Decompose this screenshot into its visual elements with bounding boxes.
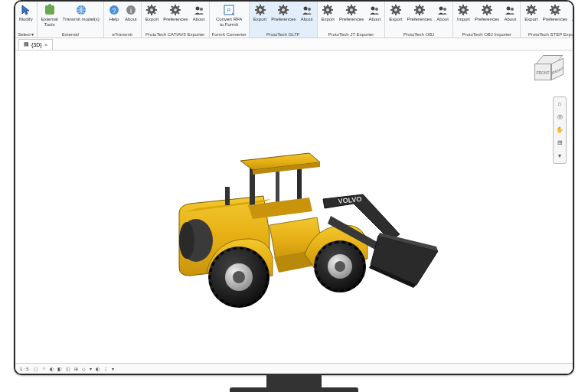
svg-line-126 xyxy=(534,13,536,15)
panel-title: ProtoTech STEP Exporter xyxy=(528,32,574,37)
ribbon-panel-prototech-obj: ExportPreferencesAboutProtoTech OBJ xyxy=(385,2,453,38)
gear-icon xyxy=(525,4,537,16)
about-button[interactable]: iAbout xyxy=(123,3,139,31)
panel-title: Select ▾ xyxy=(18,31,34,37)
ribbon-panel-prototech-jt-exporter: ExportPreferencesAboutProtoTech JT Expor… xyxy=(318,2,386,38)
svg-line-94 xyxy=(422,6,423,8)
status-icon-3[interactable]: ◧ xyxy=(57,366,62,371)
svg-point-64 xyxy=(350,8,353,11)
svg-line-40 xyxy=(263,6,264,8)
nav-tool-3[interactable]: ⊞ xyxy=(554,138,565,149)
svg-point-86 xyxy=(418,8,421,11)
close-icon[interactable]: × xyxy=(44,41,48,48)
export-button[interactable]: Export xyxy=(387,3,403,31)
panel-title: ProtoTech JT Exporter xyxy=(328,32,374,37)
nav-tool-0[interactable]: ⌂ xyxy=(554,99,565,109)
svg-line-69 xyxy=(348,6,349,8)
preferences-button[interactable]: Preferences xyxy=(162,3,189,31)
tab-3d-view[interactable]: ▤ {3D} × xyxy=(18,39,53,50)
preferences-button[interactable]: Preferences xyxy=(406,3,433,31)
status-icon-4[interactable]: ◫ xyxy=(66,366,70,371)
svg-line-106 xyxy=(466,6,468,8)
svg-line-91 xyxy=(416,6,417,8)
ribbon-panel-prototech-catiav5-exporter: ExportPreferencesAboutProtoTech CATIAV5 … xyxy=(142,2,210,38)
people-icon xyxy=(504,4,516,16)
preferences-button[interactable]: Preferences xyxy=(541,3,569,31)
nav-tool-1[interactable]: ◎ xyxy=(554,112,565,122)
svg-line-82 xyxy=(398,13,400,15)
svg-line-14 xyxy=(155,13,156,15)
external-button[interactable]: ExternalTools xyxy=(40,3,60,31)
status-bar: 1 : 5 ▢☼◐◧◫⊞◇▾◐⋮▾ xyxy=(15,363,573,374)
people-icon xyxy=(572,4,574,16)
svg-line-127 xyxy=(528,13,529,15)
panel-title: eTransmit xyxy=(113,32,132,37)
export-button[interactable]: Export xyxy=(523,3,539,31)
help-button[interactable]: ?Help xyxy=(106,3,122,31)
nav-tool-2[interactable]: ✋ xyxy=(554,125,565,136)
convert-rfa-button[interactable]: RConvert RFAto FormIt xyxy=(214,3,243,31)
export-button[interactable]: Export xyxy=(320,3,336,31)
status-icon-2[interactable]: ◐ xyxy=(50,366,54,371)
svg-line-128 xyxy=(534,6,536,8)
cursor-icon xyxy=(20,4,32,16)
viewcube-front[interactable]: FRONT xyxy=(534,64,551,80)
svg-line-137 xyxy=(551,13,553,15)
svg-point-178 xyxy=(335,261,345,272)
status-icon-9[interactable]: ⋮ xyxy=(103,366,108,371)
svg-line-125 xyxy=(528,6,529,8)
status-scale[interactable]: 1 : 5 xyxy=(20,367,29,371)
status-icon-1[interactable]: ☼ xyxy=(42,366,47,371)
about-button[interactable]: About xyxy=(570,3,574,31)
export-button[interactable]: Export xyxy=(144,3,160,31)
gear-icon xyxy=(390,4,402,16)
gear-icon xyxy=(413,4,426,16)
transmit-model-s--button[interactable]: Transmit model(s) xyxy=(61,3,101,31)
status-icon-7[interactable]: ▾ xyxy=(90,366,92,371)
status-icon-6[interactable]: ◇ xyxy=(82,366,86,371)
button-label-2: to FormIt xyxy=(220,22,238,27)
monitor-stand-base xyxy=(230,387,358,392)
preferences-button[interactable]: Preferences xyxy=(338,3,365,31)
puzzle-icon xyxy=(44,4,56,16)
gear-icon xyxy=(549,4,561,16)
status-icon-0[interactable]: ▢ xyxy=(34,366,38,371)
button-label: External xyxy=(41,17,58,21)
button-label: Import xyxy=(457,17,470,21)
svg-point-95 xyxy=(439,7,443,11)
panel-title: ProtoTech GLTF xyxy=(266,32,300,37)
import-button[interactable]: Import xyxy=(456,3,472,31)
ribbon-panel-prototech-gltf: ExportPreferencesAboutProtoTech GLTF xyxy=(250,2,318,38)
svg-point-52 xyxy=(308,8,311,11)
modify-button[interactable]: Modify xyxy=(18,3,34,31)
svg-line-84 xyxy=(398,6,400,8)
button-label: About xyxy=(572,17,574,21)
about-button[interactable]: About xyxy=(299,3,315,31)
button-label: Export xyxy=(145,17,158,21)
about-button[interactable]: About xyxy=(367,3,382,31)
about-button[interactable]: About xyxy=(191,3,207,31)
status-icon-8[interactable]: ◐ xyxy=(96,366,100,371)
svg-point-54 xyxy=(326,8,329,11)
info-icon: i xyxy=(125,4,137,16)
status-icon-10[interactable]: ▾ xyxy=(112,366,114,371)
svg-line-70 xyxy=(354,13,356,15)
preferences-button[interactable]: Preferences xyxy=(473,3,501,31)
svg-line-59 xyxy=(324,6,325,8)
status-icon-5[interactable]: ⊞ xyxy=(74,366,78,371)
about-button[interactable]: About xyxy=(435,3,450,31)
svg-line-23 xyxy=(172,6,173,8)
preferences-button[interactable]: Preferences xyxy=(270,3,297,31)
svg-point-28 xyxy=(200,8,203,11)
about-button[interactable]: About xyxy=(502,3,518,31)
document-icon: ▤ xyxy=(24,41,29,47)
view-cube[interactable]: FRONT RIGHT xyxy=(534,55,564,84)
button-label: About xyxy=(436,17,449,21)
viewport-canvas[interactable]: FRONT RIGHT ⌂◎✋⊞▾ xyxy=(15,51,573,363)
button-label: Preferences xyxy=(475,17,499,21)
svg-line-103 xyxy=(459,6,461,8)
nav-tool-4[interactable]: ▾ xyxy=(554,151,565,162)
svg-line-37 xyxy=(256,6,258,8)
panel-title: ProtoTech OBJ Importer xyxy=(462,32,511,37)
export-button[interactable]: Export xyxy=(252,3,268,31)
